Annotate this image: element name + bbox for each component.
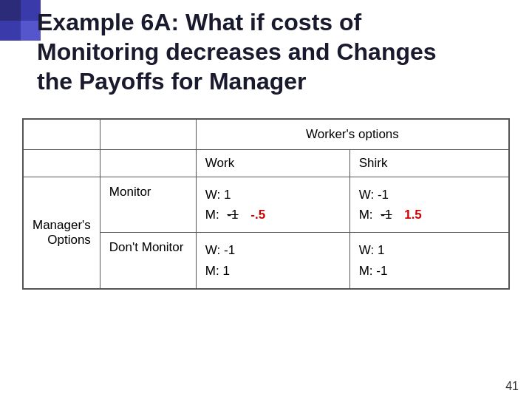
empty-cell-4	[100, 150, 196, 177]
monitor-label: Monitor	[100, 177, 196, 233]
monitor-work-m-new: -.5	[250, 205, 265, 225]
manager-options-label: Manager's Options	[24, 177, 100, 289]
monitor-work-m-label: M:	[205, 205, 223, 225]
payoff-table: Worker's options Work Shirk Manager's Op…	[22, 118, 510, 290]
dont-shirk-cell: W: 1 M: -1	[349, 233, 508, 288]
work-column-header: Work	[196, 150, 349, 177]
dont-work-m: M: 1	[205, 264, 230, 278]
dont-shirk-m: M: -1	[359, 264, 388, 278]
monitor-shirk-m-label: M:	[359, 205, 377, 225]
empty-cell-3	[24, 150, 100, 177]
svg-rect-0	[0, 0, 21, 21]
monitor-shirk-w: W: -1	[359, 188, 389, 202]
table-row-monitor: Manager's Options Monitor W: 1 M: -1 -.5…	[24, 177, 509, 233]
shirk-column-header: Shirk	[349, 150, 508, 177]
svg-rect-2	[0, 21, 21, 41]
empty-cell-1	[24, 120, 100, 150]
table-row-workers-header: Worker's options	[24, 120, 509, 150]
dont-shirk-w: W: 1	[359, 243, 385, 257]
dont-work-cell: W: -1 M: 1	[196, 233, 349, 288]
monitor-shirk-m-new: 1.5	[404, 205, 422, 225]
dont-monitor-label: Don't Monitor	[100, 233, 196, 288]
monitor-work-cell: W: 1 M: -1 -.5	[196, 177, 349, 233]
table-row-work-shirk: Work Shirk	[24, 150, 509, 177]
page-number: 41	[505, 380, 519, 393]
workers-options-header: Worker's options	[196, 120, 508, 150]
monitor-work-w: W: 1	[205, 188, 231, 202]
page-title: Example 6A: What if costs of Monitoring …	[37, 7, 510, 96]
empty-cell-2	[100, 120, 196, 150]
dont-work-w: W: -1	[205, 243, 235, 257]
monitor-shirk-cell: W: -1 M: -1 1.5	[349, 177, 508, 233]
monitor-work-m-strike: -1	[227, 205, 238, 225]
monitor-shirk-m-strike: -1	[381, 205, 392, 225]
corner-decoration	[0, 0, 41, 41]
